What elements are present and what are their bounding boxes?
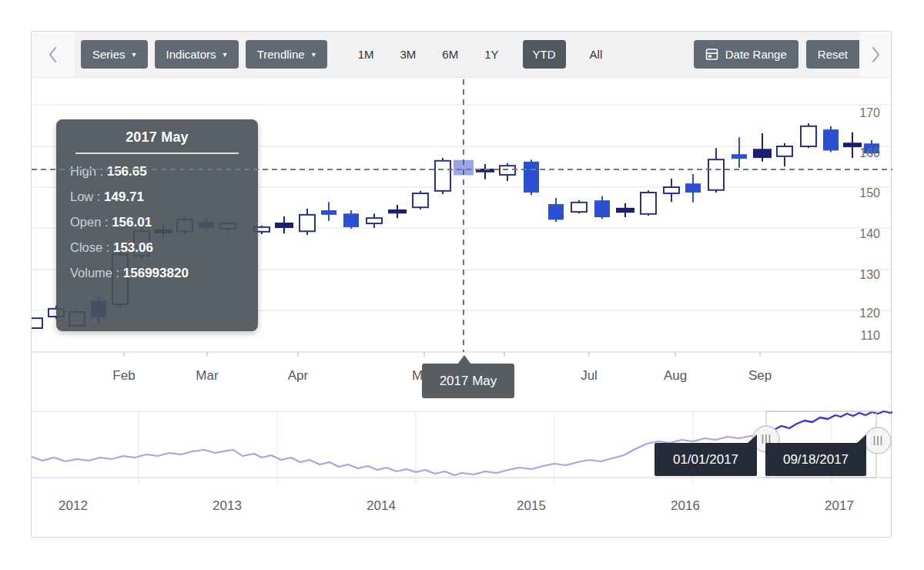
crosshair-horizontal-line (32, 169, 892, 170)
candle[interactable] (777, 146, 792, 156)
x-axis-crosshair-tooltip-label: 2017 May (440, 374, 497, 389)
month-text: Aug (648, 368, 702, 384)
range-end-tooltip: 09/18/2017 (765, 443, 866, 476)
candle[interactable] (664, 187, 679, 193)
x-axis-crosshair-tooltip: 2017 May (422, 364, 514, 398)
axlabel-text: 160 (832, 146, 880, 160)
candle[interactable] (801, 126, 816, 146)
tooltip-arrow-up (457, 355, 471, 364)
range-start-date: 01/01/2017 (673, 452, 738, 468)
candle[interactable] (500, 166, 515, 175)
range-start-tooltip: 01/01/2017 (654, 443, 757, 476)
axlabel-text: 170 (832, 106, 880, 120)
candle[interactable] (732, 154, 747, 159)
month-text: Feb (97, 368, 151, 384)
tooltip-notch (856, 434, 866, 444)
candle[interactable] (275, 223, 293, 228)
candle[interactable] (616, 208, 634, 213)
candle[interactable] (321, 210, 336, 215)
year-text: 2012 (42, 498, 104, 514)
ohlc-tooltip: 2017 May High : 156.65Low : 149.71Open :… (56, 119, 258, 331)
candle[interactable] (388, 210, 407, 213)
candle[interactable] (571, 203, 587, 212)
month-text: Mar (180, 368, 234, 384)
tooltip-row-volume: Volume : 156993820 (56, 266, 258, 281)
candle[interactable] (300, 215, 315, 231)
candle[interactable] (367, 218, 382, 223)
month-text: Sep (733, 368, 787, 384)
axlabel-text: 140 (832, 227, 880, 241)
candle[interactable] (435, 161, 450, 191)
stock-chart-widget: Series ▾ Indicators ▾ Trendline ▾ 1M3M6M… (31, 31, 892, 538)
year-text: 2013 (196, 498, 258, 514)
year-text: 2017 (808, 498, 870, 514)
candle[interactable] (524, 162, 539, 193)
candle[interactable] (708, 159, 724, 190)
year-text: 2014 (350, 498, 412, 514)
tooltip-title: 2017 May (56, 129, 258, 146)
candle[interactable] (413, 193, 428, 207)
month-text: Jul (562, 368, 616, 384)
year-text: 2016 (654, 498, 716, 514)
year-text: 2015 (500, 498, 562, 514)
tooltip-row-close: Close : 153.06 (56, 240, 258, 256)
candle[interactable] (753, 149, 772, 158)
tooltip-separator (75, 153, 239, 154)
tooltip-row-high: High : 156.65 (56, 164, 258, 179)
axlabel-text: 110 (832, 329, 880, 343)
axlabel-text: 150 (832, 186, 880, 200)
candle[interactable] (548, 204, 564, 220)
candle[interactable] (641, 193, 656, 214)
axlabel-text: 120 (832, 307, 880, 320)
tooltip-row-open: Open : 156.01 (56, 215, 258, 230)
month-text: Apr (271, 368, 325, 384)
candle[interactable] (32, 318, 42, 328)
tooltip-notch (747, 434, 757, 444)
axlabel-text: 130 (832, 268, 880, 282)
page: Series ▾ Indicators ▾ Trendline ▾ 1M3M6M… (0, 0, 924, 570)
candle[interactable] (594, 200, 610, 217)
range-end-date: 09/18/2017 (783, 452, 849, 468)
tooltip-row-low: Low : 149.71 (56, 189, 258, 205)
candle[interactable] (685, 183, 701, 193)
candle[interactable] (343, 213, 359, 227)
